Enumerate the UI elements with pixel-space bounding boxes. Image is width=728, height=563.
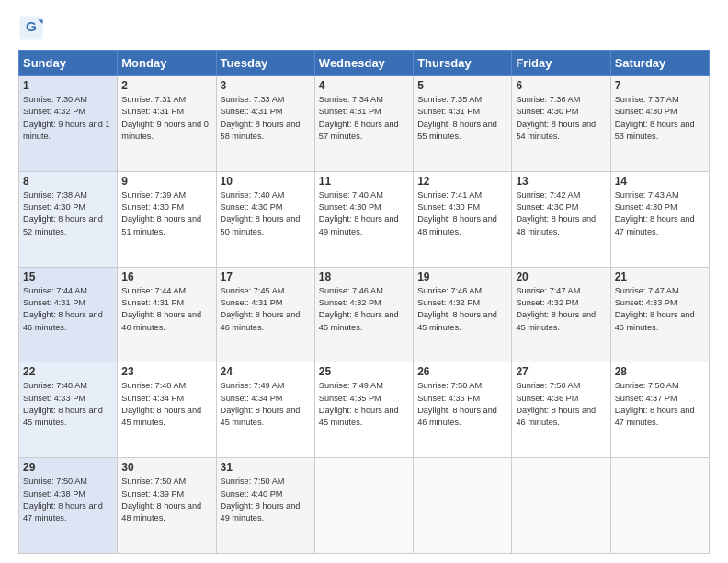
sunset-label: Sunset: 4:33 PM [23, 394, 85, 403]
sunrise-label: Sunrise: 7:35 AM [417, 95, 482, 104]
sunset-label: Sunset: 4:34 PM [121, 394, 184, 403]
sunset-label: Sunset: 4:30 PM [221, 202, 283, 212]
weekday-header-row: SundayMondayTuesdayWednesdayThursdayFrid… [19, 51, 710, 76]
day-number: 1 [23, 79, 113, 92]
sunset-label: Sunset: 4:30 PM [121, 202, 184, 212]
sunrise-label: Sunrise: 7:36 AM [516, 95, 580, 104]
sunrise-label: Sunrise: 7:40 AM [221, 190, 285, 200]
day-cell-23: 23 Sunrise: 7:48 AM Sunset: 4:34 PM Dayl… [118, 362, 216, 458]
daylight-label: Daylight: 8 hours and 49 minutes. [319, 214, 399, 236]
sunrise-label: Sunrise: 7:49 AM [319, 381, 383, 390]
day-cell-1: 1 Sunrise: 7:30 AM Sunset: 4:32 PM Dayli… [19, 76, 118, 172]
day-info: Sunrise: 7:40 AM Sunset: 4:30 PM Dayligh… [221, 190, 311, 238]
day-info: Sunrise: 7:50 AM Sunset: 4:38 PM Dayligh… [23, 476, 113, 524]
weekday-header-wednesday: Wednesday [314, 51, 413, 76]
weekday-header-tuesday: Tuesday [216, 51, 314, 76]
day-cell-6: 6 Sunrise: 7:36 AM Sunset: 4:30 PM Dayli… [512, 76, 610, 172]
day-info: Sunrise: 7:45 AM Sunset: 4:31 PM Dayligh… [221, 285, 311, 334]
sunrise-label: Sunrise: 7:50 AM [23, 477, 87, 486]
sunset-label: Sunset: 4:30 PM [417, 202, 480, 212]
daylight-label: Daylight: 8 hours and 47 minutes. [23, 501, 103, 523]
daylight-label: Daylight: 8 hours and 45 minutes. [319, 310, 399, 331]
daylight-label: Daylight: 8 hours and 57 minutes. [319, 120, 399, 141]
sunrise-label: Sunrise: 7:46 AM [319, 286, 383, 295]
day-info: Sunrise: 7:48 AM Sunset: 4:34 PM Dayligh… [121, 380, 211, 429]
day-number: 6 [516, 79, 606, 92]
daylight-label: Daylight: 8 hours and 51 minutes. [121, 214, 201, 236]
sunset-label: Sunset: 4:31 PM [121, 107, 184, 116]
sunset-label: Sunset: 4:31 PM [221, 298, 283, 307]
week-row-1: 1 Sunrise: 7:30 AM Sunset: 4:32 PM Dayli… [19, 76, 710, 172]
day-cell-7: 7 Sunrise: 7:37 AM Sunset: 4:30 PM Dayli… [610, 76, 709, 172]
daylight-label: Daylight: 8 hours and 48 minutes. [121, 501, 201, 523]
day-info: Sunrise: 7:50 AM Sunset: 4:39 PM Dayligh… [121, 476, 211, 524]
day-number: 26 [417, 365, 507, 378]
sunrise-label: Sunrise: 7:41 AM [417, 190, 482, 200]
daylight-label: Daylight: 8 hours and 50 minutes. [221, 214, 301, 236]
logo: G [18, 15, 48, 40]
day-info: Sunrise: 7:50 AM Sunset: 4:37 PM Dayligh… [615, 380, 705, 429]
weekday-header-thursday: Thursday [414, 51, 512, 76]
sunrise-label: Sunrise: 7:50 AM [417, 381, 482, 390]
day-cell-8: 8 Sunrise: 7:38 AM Sunset: 4:30 PM Dayli… [19, 171, 118, 267]
weekday-header-monday: Monday [118, 51, 216, 76]
day-number: 16 [121, 270, 211, 283]
day-cell-16: 16 Sunrise: 7:44 AM Sunset: 4:31 PM Dayl… [118, 267, 216, 362]
week-row-2: 8 Sunrise: 7:38 AM Sunset: 4:30 PM Dayli… [19, 171, 710, 267]
weekday-header-sunday: Sunday [19, 51, 118, 76]
daylight-label: Daylight: 8 hours and 45 minutes. [417, 310, 497, 331]
sunrise-label: Sunrise: 7:43 AM [615, 190, 679, 200]
daylight-label: Daylight: 8 hours and 46 minutes. [121, 310, 201, 331]
daylight-label: Daylight: 8 hours and 45 minutes. [319, 406, 399, 427]
day-number: 29 [23, 461, 113, 474]
day-info: Sunrise: 7:46 AM Sunset: 4:32 PM Dayligh… [319, 285, 409, 334]
sunrise-label: Sunrise: 7:39 AM [121, 190, 186, 200]
day-info: Sunrise: 7:34 AM Sunset: 4:31 PM Dayligh… [319, 94, 409, 143]
day-number: 23 [121, 365, 211, 378]
day-info: Sunrise: 7:31 AM Sunset: 4:31 PM Dayligh… [121, 94, 211, 143]
daylight-label: Daylight: 8 hours and 46 minutes. [221, 310, 301, 331]
daylight-label: Daylight: 8 hours and 58 minutes. [221, 120, 301, 141]
day-info: Sunrise: 7:37 AM Sunset: 4:30 PM Dayligh… [615, 94, 705, 143]
daylight-label: Daylight: 8 hours and 45 minutes. [221, 406, 301, 427]
logo-icon: G [18, 15, 44, 40]
week-row-3: 15 Sunrise: 7:44 AM Sunset: 4:31 PM Dayl… [19, 267, 710, 362]
day-info: Sunrise: 7:38 AM Sunset: 4:30 PM Dayligh… [23, 190, 113, 238]
day-cell-18: 18 Sunrise: 7:46 AM Sunset: 4:32 PM Dayl… [314, 267, 413, 362]
day-info: Sunrise: 7:39 AM Sunset: 4:30 PM Dayligh… [121, 190, 211, 238]
sunset-label: Sunset: 4:32 PM [417, 298, 480, 307]
sunrise-label: Sunrise: 7:30 AM [23, 95, 87, 104]
sunset-label: Sunset: 4:31 PM [121, 298, 184, 307]
day-cell-13: 13 Sunrise: 7:42 AM Sunset: 4:30 PM Dayl… [512, 171, 610, 267]
sunrise-label: Sunrise: 7:44 AM [121, 286, 186, 295]
sunrise-label: Sunrise: 7:49 AM [221, 381, 285, 390]
sunset-label: Sunset: 4:30 PM [516, 107, 578, 116]
day-info: Sunrise: 7:48 AM Sunset: 4:33 PM Dayligh… [23, 380, 113, 429]
sunset-label: Sunset: 4:31 PM [221, 107, 283, 116]
day-cell-4: 4 Sunrise: 7:34 AM Sunset: 4:31 PM Dayli… [314, 76, 413, 172]
sunset-label: Sunset: 4:38 PM [23, 489, 85, 499]
day-cell-26: 26 Sunrise: 7:50 AM Sunset: 4:36 PM Dayl… [414, 362, 512, 458]
day-number: 14 [615, 175, 705, 188]
day-info: Sunrise: 7:50 AM Sunset: 4:36 PM Dayligh… [516, 380, 606, 429]
day-number: 3 [221, 79, 311, 92]
day-info: Sunrise: 7:49 AM Sunset: 4:34 PM Dayligh… [221, 380, 311, 429]
sunrise-label: Sunrise: 7:48 AM [121, 381, 186, 390]
day-number: 22 [23, 365, 113, 378]
week-row-4: 22 Sunrise: 7:48 AM Sunset: 4:33 PM Dayl… [19, 362, 710, 458]
sunrise-label: Sunrise: 7:31 AM [121, 95, 186, 104]
day-info: Sunrise: 7:36 AM Sunset: 4:30 PM Dayligh… [516, 94, 606, 143]
day-number: 17 [221, 270, 311, 283]
sunset-label: Sunset: 4:32 PM [319, 298, 381, 307]
day-cell-10: 10 Sunrise: 7:40 AM Sunset: 4:30 PM Dayl… [216, 171, 314, 267]
empty-cell [414, 458, 512, 554]
day-cell-12: 12 Sunrise: 7:41 AM Sunset: 4:30 PM Dayl… [414, 171, 512, 267]
sunset-label: Sunset: 4:34 PM [221, 394, 283, 403]
day-number: 5 [417, 79, 507, 92]
day-cell-22: 22 Sunrise: 7:48 AM Sunset: 4:33 PM Dayl… [19, 362, 118, 458]
sunset-label: Sunset: 4:30 PM [615, 202, 677, 212]
day-cell-5: 5 Sunrise: 7:35 AM Sunset: 4:31 PM Dayli… [414, 76, 512, 172]
week-row-5: 29 Sunrise: 7:50 AM Sunset: 4:38 PM Dayl… [19, 458, 710, 554]
sunset-label: Sunset: 4:31 PM [23, 298, 85, 307]
daylight-label: Daylight: 9 hours and 1 minute. [23, 120, 110, 141]
